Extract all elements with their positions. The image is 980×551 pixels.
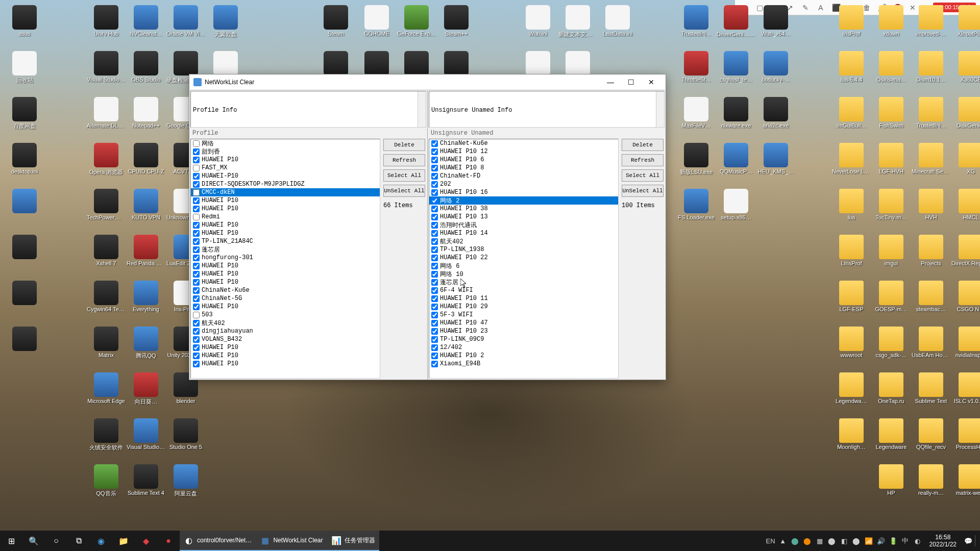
list-checkbox[interactable] — [193, 295, 200, 302]
delete-button[interactable]: Delete — [622, 139, 664, 151]
list-item[interactable]: HUAWEI P10 — [191, 360, 380, 368]
desktop-icon[interactable]: QQMusicP… — [717, 143, 755, 174]
desktop-icon[interactable]: Cygwin64 Terminal — [87, 281, 126, 312]
desktop-icon[interactable]: LIrisProf — [832, 235, 871, 266]
list-checkbox[interactable] — [193, 279, 200, 286]
desktop-icon[interactable]: HVH — [912, 189, 950, 220]
list-item[interactable]: 浩翔时代通讯 — [429, 221, 618, 229]
desktop-icon[interactable]: Dism10.1… — [912, 51, 950, 83]
list-checkbox[interactable] — [193, 214, 200, 220]
list-item[interactable]: HUAWEI P10 — [191, 156, 380, 164]
list-checkbox[interactable] — [193, 197, 200, 204]
tray-icon[interactable]: ⬤ — [851, 535, 862, 546]
desktop-icon[interactable]: IrisProf — [832, 5, 871, 37]
scrollbar[interactable] — [418, 91, 426, 127]
desktop-icon[interactable]: 新建文本文档.txt — [558, 5, 597, 38]
desktop-icon[interactable]: QQfile_recv — [912, 418, 950, 450]
list-item[interactable]: HUAWEI P10 — [191, 352, 380, 360]
list-item[interactable]: 航天402 — [429, 237, 618, 245]
desktop-icon[interactable] — [437, 51, 476, 77]
list-checkbox[interactable] — [431, 189, 438, 196]
desktop-icon[interactable]: Visual Studio 2022 — [87, 51, 126, 83]
desktop-icon[interactable]: KUTO VPN — [127, 189, 165, 220]
desktop-icon[interactable]: 阿里云盘 — [166, 464, 205, 497]
list-item[interactable]: ChinaNet-5G — [191, 294, 380, 303]
list-item[interactable]: 202 — [429, 180, 618, 188]
volume-icon[interactable]: 🔊 — [875, 535, 887, 546]
wifi-icon[interactable]: 📶 — [863, 535, 874, 546]
edge-button[interactable]: ◉ — [90, 531, 112, 551]
desktop-icon[interactable]: FS Loader.exe — [677, 189, 716, 220]
list-checkbox[interactable] — [431, 230, 438, 237]
list-item[interactable]: HUAWEI P10 29 — [429, 303, 618, 311]
desktop-icon[interactable]: X360CE — [951, 51, 980, 83]
list-item[interactable]: CMCC-dkEN — [191, 188, 380, 196]
desktop-icon[interactable]: TocTiny-m… — [872, 189, 911, 220]
list-item[interactable]: 网络 2 — [429, 196, 618, 205]
list-item[interactable]: HUAWEI P10 38 — [429, 205, 618, 213]
list-item[interactable]: HUAWEI P10 11 — [429, 294, 618, 303]
desktop-icon[interactable]: Studio One 5 — [166, 418, 205, 450]
desktop-icon[interactable]: asus — [5, 5, 44, 37]
list-item[interactable]: HUAWEI P10 — [191, 229, 380, 237]
list-item[interactable]: 503 — [191, 311, 380, 319]
desktop-icon[interactable]: 百度网盘 — [5, 97, 44, 130]
desktop-icon[interactable]: Red Panda Dev-C++ — [127, 235, 165, 266]
list-checkbox[interactable] — [193, 353, 200, 359]
desktop-icon[interactable]: Opera 浏览器 — [87, 143, 126, 176]
list-checkbox[interactable] — [193, 255, 200, 261]
list-item[interactable]: 甜到香 — [191, 147, 380, 156]
desktop-icon[interactable]: ProcessH… — [951, 418, 980, 450]
desktop-icon[interactable]: ImGuiBuil… — [832, 97, 871, 129]
list-item[interactable]: HUAWEI P10 13 — [429, 213, 618, 221]
desktop-icon[interactable]: nvidiaInsp… — [951, 327, 980, 358]
list-checkbox[interactable] — [431, 238, 438, 245]
desktop-icon[interactable]: XG — [951, 143, 980, 174]
list-item[interactable]: HUAWEI P10 12 — [429, 147, 618, 156]
lang-indicator[interactable]: EN — [765, 535, 776, 546]
desktop-icon[interactable]: CSGO N… — [951, 281, 980, 312]
desktop-icon[interactable]: Visual Studio Code — [127, 418, 165, 450]
desktop-icon[interactable]: TechPower…GPU-Z — [87, 189, 126, 220]
list-checkbox[interactable] — [193, 181, 200, 188]
list-checkbox[interactable] — [193, 157, 200, 163]
list-item[interactable]: 网络 10 — [429, 270, 618, 278]
list-checkbox[interactable] — [193, 328, 200, 335]
list-item[interactable]: HUAWEI P10 — [191, 278, 380, 286]
desktop-icon[interactable]: Alternate DLL An… — [87, 97, 126, 129]
list-checkbox[interactable] — [193, 222, 200, 229]
desktop-icon[interactable]: Everything — [127, 281, 165, 312]
desktop-icon[interactable] — [5, 281, 44, 306]
list-item[interactable]: ChinaNet-Ku6e — [429, 139, 618, 147]
desktop-icon[interactable] — [558, 51, 597, 77]
desktop-icon[interactable] — [397, 51, 436, 77]
desktop-icon[interactable]: Xshell 7 — [87, 235, 126, 266]
desktop-icon[interactable]: Sublime Text — [912, 372, 950, 404]
list-checkbox[interactable] — [431, 140, 438, 147]
desktop-icon[interactable]: csgo_sdk-… — [872, 327, 911, 358]
desktop-icon[interactable]: GeForce Experience — [397, 5, 436, 37]
show-desktop[interactable] — [975, 535, 978, 546]
list-item[interactable]: HUAWEI P10 — [191, 221, 380, 229]
tray-icon[interactable]: ⬤ — [790, 535, 801, 546]
desktop-icon[interactable] — [5, 327, 44, 352]
desktop-icon[interactable]: Legendware — [872, 418, 911, 450]
desktop-icon[interactable]: LastData.ini — [598, 5, 637, 37]
list-item[interactable]: Xiaomi_E94B — [429, 360, 618, 368]
list-checkbox[interactable] — [431, 336, 438, 343]
list-item[interactable]: HUAWEI P10 2 — [429, 352, 618, 360]
tray-icon[interactable]: ▲ — [777, 535, 789, 546]
list-checkbox[interactable] — [193, 320, 200, 327]
list-item[interactable]: HUAWEI P10 16 — [429, 188, 618, 196]
list-item[interactable]: 航天402 — [191, 319, 380, 327]
list-checkbox[interactable] — [431, 197, 438, 204]
desktop-icon[interactable] — [316, 51, 355, 77]
list-item[interactable]: HUAWEI P10 — [191, 270, 380, 278]
list-checkbox[interactable] — [431, 353, 438, 359]
list-item[interactable]: HUAWEI P10 47 — [429, 319, 618, 327]
desktop-icon[interactable]: Osiris-ma… — [872, 51, 911, 83]
desktop-icon[interactable]: LGF-ESP — [832, 281, 871, 312]
desktop-icon[interactable]: improved-… — [912, 5, 950, 37]
list-checkbox[interactable] — [431, 279, 438, 286]
notifications-icon[interactable]: 💬 — [963, 535, 974, 546]
